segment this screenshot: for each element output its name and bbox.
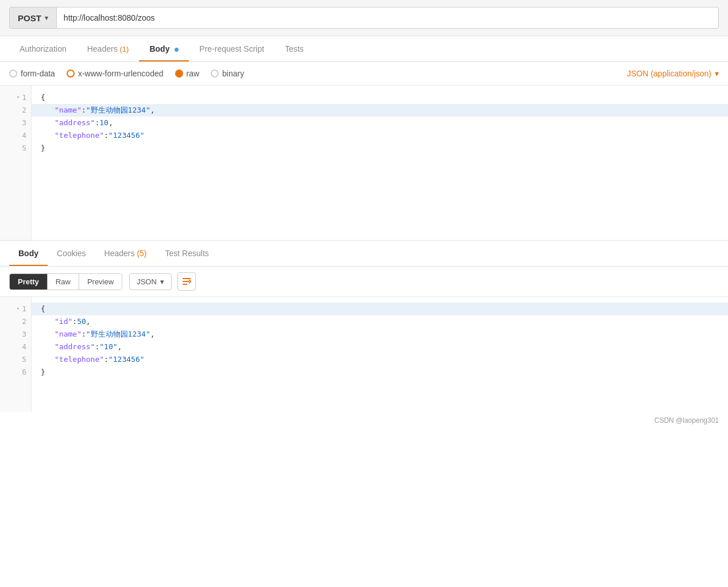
tab-authorization-label: Authorization (20, 44, 67, 53)
res-code-line-3: "name" : "野生动物园1234" , (41, 328, 719, 341)
req-line-num-5: 5 (5, 142, 26, 155)
req-line-num-1: ▾ 1 (5, 91, 26, 104)
tab-pre-request[interactable]: Pre-request Script (189, 36, 274, 61)
req-line-num-2: 2 (5, 104, 26, 117)
req-code-line-2: "name" : "野生动物园1234" , (32, 104, 728, 117)
radio-binary-circle (211, 69, 219, 78)
radio-binary[interactable]: binary (211, 69, 244, 78)
tab-headers[interactable]: Headers (1) (77, 36, 140, 61)
response-tab-cookies-label: Cookies (57, 249, 86, 258)
response-tab-test-results[interactable]: Test Results (156, 241, 218, 266)
radio-raw-circle (175, 69, 183, 78)
view-btn-group: Pretty Raw Preview (9, 273, 122, 290)
method-label: POST (18, 13, 41, 23)
tab-tests-label: Tests (285, 44, 304, 53)
json-type-chevron: ▾ (715, 69, 719, 78)
url-input[interactable] (57, 7, 719, 29)
response-toolbar: Pretty Raw Preview JSON ▾ (0, 267, 728, 297)
res-line-num-3: 3 (5, 328, 26, 341)
format-selector-chevron: ▾ (160, 277, 164, 286)
response-code-content[interactable]: { "id" : 50 , "name" : "野生动物园1234" , "ad… (32, 297, 728, 412)
res-line-num-5: 5 (5, 353, 26, 366)
tab-pre-request-label: Pre-request Script (199, 44, 264, 53)
request-line-numbers: ▾ 1 2 3 4 5 (0, 86, 32, 240)
response-tab-body-label: Body (18, 249, 38, 258)
radio-urlencoded-circle (67, 69, 75, 78)
radio-form-data-label: form-data (21, 69, 55, 78)
response-section: Body Cookies Headers (5) Test Results Pr… (0, 241, 728, 412)
req-code-line-5: } (41, 142, 719, 155)
body-type-bar: form-data x-www-form-urlencoded raw bina… (0, 62, 728, 86)
res-code-line-6: } (41, 366, 719, 379)
view-btn-pretty[interactable]: Pretty (10, 274, 48, 289)
view-btn-preview[interactable]: Preview (79, 274, 122, 289)
req-code-line-4: "telephone" : "123456" (41, 129, 719, 142)
res-code-line-5: "telephone" : "123456" (41, 353, 719, 366)
radio-raw-label: raw (187, 69, 200, 78)
res-line-num-6: 6 (5, 366, 26, 379)
radio-urlencoded-label: x-www-form-urlencoded (78, 69, 164, 78)
response-tab-cookies[interactable]: Cookies (48, 241, 95, 266)
res-code-line-2: "id" : 50 , (41, 315, 719, 328)
res-code-line-1: { (32, 303, 728, 315)
radio-urlencoded[interactable]: x-www-form-urlencoded (67, 69, 164, 78)
response-line-numbers: ▾ 1 2 3 4 5 6 (0, 297, 32, 412)
method-selector[interactable]: POST ▾ (9, 7, 57, 29)
res-line-num-1: ▾ 1 (5, 303, 26, 315)
response-tabs: Body Cookies Headers (5) Test Results (0, 241, 728, 267)
format-selector[interactable]: JSON ▾ (129, 273, 172, 290)
json-type-selector[interactable]: JSON (application/json) ▾ (627, 69, 719, 78)
response-tab-headers[interactable]: Headers (5) (95, 241, 156, 266)
radio-binary-label: binary (222, 69, 244, 78)
response-tab-headers-badge: (5) (137, 249, 146, 258)
response-tab-test-results-label: Test Results (165, 249, 209, 258)
res-line-num-4: 4 (5, 341, 26, 353)
response-tab-headers-label: Headers (104, 249, 135, 258)
watermark: CSDN @laopeng301 (0, 412, 728, 429)
wrap-button[interactable] (177, 272, 196, 291)
method-chevron: ▾ (45, 14, 48, 22)
request-code-editor: ▾ 1 2 3 4 5 { "name" : "野生动物园1234" , "ad… (0, 86, 728, 241)
url-bar: POST ▾ (0, 0, 728, 36)
response-tab-body[interactable]: Body (9, 241, 48, 266)
req-line-num-4: 4 (5, 129, 26, 142)
json-type-label: JSON (application/json) (627, 69, 711, 78)
res-code-line-4: "address" : "10" , (41, 341, 719, 353)
radio-raw[interactable]: raw (175, 69, 200, 78)
view-btn-raw[interactable]: Raw (48, 274, 79, 289)
res-line-num-2: 2 (5, 315, 26, 328)
radio-form-data-circle (9, 69, 17, 78)
request-code-content[interactable]: { "name" : "野生动物园1234" , "address" : 10 … (32, 86, 728, 240)
radio-form-data[interactable]: form-data (9, 69, 55, 78)
req-code-line-1: { (41, 91, 719, 104)
req-code-line-3: "address" : 10 , (41, 117, 719, 129)
response-code-editor: ▾ 1 2 3 4 5 6 { "id" : 50 , "name" (0, 297, 728, 412)
tab-body-dot (175, 48, 179, 52)
top-tabs: Authorization Headers (1) Body Pre-reque… (0, 36, 728, 62)
watermark-text: CSDN @laopeng301 (655, 416, 719, 424)
format-selector-label: JSON (137, 277, 157, 286)
tab-body[interactable]: Body (139, 36, 189, 61)
tab-headers-label: Headers (87, 44, 118, 53)
tab-headers-badge: (1) (120, 45, 129, 53)
req-line-num-3: 3 (5, 117, 26, 129)
tab-body-label: Body (149, 44, 169, 53)
tab-authorization[interactable]: Authorization (9, 36, 77, 61)
tab-tests[interactable]: Tests (274, 36, 314, 61)
